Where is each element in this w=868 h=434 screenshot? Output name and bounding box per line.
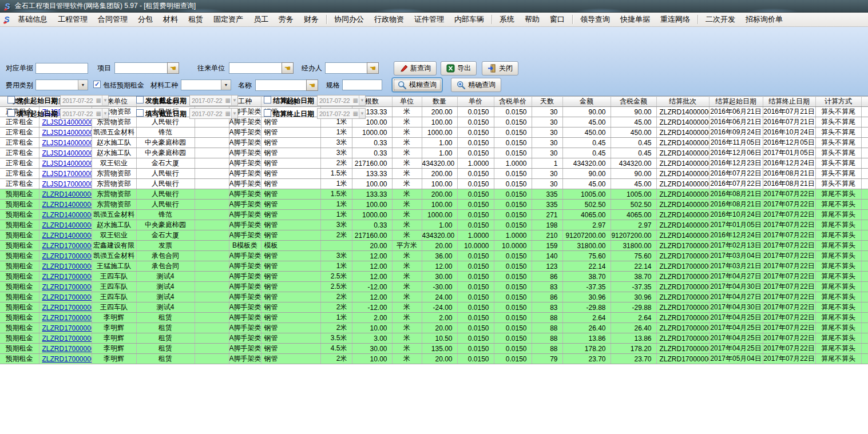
doc-no-link[interactable]: ZLZRD170000005 [42,345,92,353]
fuzzy-query-button[interactable]: 模糊查询 [392,78,442,92]
table-row[interactable]: 预期租金ZLZRD170000003王猛施工队承包合同A脚手架类钢管1米12.0… [0,261,868,272]
date-filter-1-picker[interactable]: 2017-07-22 ▦ ▼ [189,95,238,106]
name-lookup-button[interactable]: ☚ [306,79,318,91]
date-filter-2-picker[interactable]: 2017-07-22 ▦ ▼ [317,95,366,106]
doc-no-link[interactable]: ZLZRD170000006 [42,355,92,363]
table-row[interactable]: 正常租金ZLJSD140000001东营物资部人民银行A脚手架类钢管1.5米13… [0,107,868,117]
table-row[interactable]: 预期租金ZLZRD170000001宏鑫建设有限发票B模板类模板20.00平方米… [0,241,868,251]
menu-item-0-4[interactable]: 材料 [158,13,183,26]
col-header-price[interactable]: 单价 [457,97,494,107]
menu-item-4-0[interactable]: 二次开发 [700,13,740,26]
doc-no-link[interactable]: ZLJSD140000002 [42,129,92,137]
menu-item-0-6[interactable]: 固定资产 [208,13,248,26]
menu-item-1-3[interactable]: 内部车辆 [449,13,489,26]
doc-no-link[interactable]: ZLZRD170000003 [42,262,92,270]
date-filter-5-picker[interactable]: 2017-07-22 ▦ ▼ [317,108,366,119]
doc-no-link[interactable]: ZLZRD140000002 [42,211,92,219]
menu-item-2-1[interactable]: 帮助 [520,13,545,26]
doc-no-link[interactable]: ZLZRD140000001 [42,201,92,209]
table-row[interactable]: 正常租金ZLJSD170000001东营物资部人民银行A脚手架类钢管1.5米13… [0,169,868,179]
doc-no-link[interactable]: ZLZRD170000004 [42,293,92,301]
table-row[interactable]: 正常租金ZLJSD140000005双王铝业金石大厦A脚手架类钢管2米21716… [0,158,868,169]
col-header-amount[interactable]: 金额 [562,97,611,107]
date-filter-0-picker[interactable]: 2017-07-22 ▦ ▼ [60,95,109,106]
col-header-settle-end[interactable]: 结算终止日期 [763,97,815,107]
col-header-amount-tax[interactable]: 含税金额 [611,97,656,107]
counterparty-input[interactable] [229,62,282,74]
menu-item-0-8[interactable]: 劳务 [274,13,299,26]
export-button[interactable]: 导出 [441,61,477,75]
chevron-down-icon[interactable]: ▼ [78,80,88,90]
doc-no-link[interactable]: ZLZRD170000004 [42,304,92,312]
new-query-button[interactable]: 新查询 [394,61,437,75]
table-row[interactable]: 预期租金ZLZRD140000001东营物资部人民银行A脚手架类钢管1.5米13… [0,189,868,200]
project-lookup-button[interactable]: ☚ [167,62,179,74]
table-row[interactable]: 预期租金ZLZRD170000005李明辉租赁A脚手架类钢管3.5米3.00米1… [0,333,868,344]
col-header-settle-batch[interactable]: 结算批次 [656,97,709,107]
chevron-down-icon[interactable]: ▼ [359,109,365,118]
doc-no-link[interactable]: ZLZRD140000003 [42,221,92,229]
doc-no-link[interactable]: ZLJSD140000004 [42,149,92,157]
close-button[interactable]: 关闭 [482,61,518,75]
menu-item-0-2[interactable]: 合同管理 [93,13,133,26]
menu-item-4-1[interactable]: 招标询价单 [740,13,788,26]
doc-no-input[interactable] [35,63,88,74]
col-header-settle-start[interactable]: 结算起始日期 [709,97,763,107]
chevron-down-icon[interactable]: ▼ [102,109,108,118]
exact-query-button[interactable]: 精确查询 [451,78,501,92]
doc-no-link[interactable]: ZLJSD140000003 [42,139,92,147]
doc-no-link[interactable]: ZLZRD170000002 [42,252,92,260]
menu-item-1-1[interactable]: 行政物资 [369,13,409,26]
table-row[interactable]: 预期租金ZLZRD170000004王四车队测试4A脚手架类钢管2.5米-12.… [0,282,868,292]
doc-no-link[interactable]: ZLZRD170000004 [42,273,92,281]
handler-lookup-button[interactable]: ☚ [367,62,379,74]
col-header-days[interactable]: 天数 [532,97,562,107]
menu-item-2-0[interactable]: 系统 [494,13,520,26]
material-work-select[interactable]: ▼ [181,79,231,90]
chevron-down-icon[interactable]: ▼ [359,95,365,105]
table-row[interactable]: 预期租金ZLZRD170000005李明辉租赁A脚手架类钢管4.5米30.00米… [0,344,868,354]
date-filter-4-picker[interactable]: 2017-07-22 ▦ ▼ [189,108,238,119]
chevron-down-icon[interactable]: ▼ [102,95,108,105]
table-row[interactable]: 预期租金ZLZRD170000002凯强五金材料承包合同A脚手架类钢管3米12.… [0,251,868,261]
doc-no-link[interactable]: ZLZRD170000005 [42,324,92,332]
fee-type-select[interactable]: ▼ [35,79,88,90]
table-row[interactable]: 预期租金ZLZRD170000005李明辉租赁A脚手架类钢管2米10.00米20… [0,323,868,333]
chevron-down-icon[interactable]: ▼ [231,95,237,105]
table-row[interactable]: 预期租金ZLZRD170000004王四车队测试4A脚手架类钢管2米12.00米… [0,292,868,302]
chevron-down-icon[interactable]: ▼ [221,80,231,90]
table-row[interactable]: 预期租金ZLZRD170000005李明辉租赁A脚手架类钢管1米2.00米2.0… [0,313,868,323]
date-filter-4-checkbox[interactable] [136,109,144,117]
table-row[interactable]: 预期租金ZLZRD170000006李明辉租赁A脚手架类钢管2米10.00米20… [0,354,868,364]
date-filter-0-checkbox[interactable] [7,96,15,103]
menu-item-0-9[interactable]: 财务 [299,13,324,26]
date-filter-2-checkbox[interactable] [264,96,271,103]
menu-item-1-0[interactable]: 协同办公 [329,13,369,26]
date-filter-3-checkbox[interactable] [7,109,15,117]
table-row[interactable]: 正常租金ZLJSD140000003赵水施工队中央豪庭柿园A脚手架类钢管3米0.… [0,138,868,148]
menu-item-0-0[interactable]: 基础信息 [13,13,53,26]
table-row[interactable]: 正常租金ZLJSD140000004赵水施工队中央豪庭柿园A脚手架类钢管3米0.… [0,148,868,158]
chevron-down-icon[interactable]: ▼ [231,109,237,118]
menu-item-1-2[interactable]: 证件管理 [409,13,449,26]
name-input[interactable] [255,79,306,91]
include-expected-checkbox[interactable]: ✓ [93,81,101,88]
menu-item-0-3[interactable]: 分包 [133,13,158,26]
table-row[interactable]: 预期租金ZLZRD140000002凯强五金材料锋范A脚手架类钢管1米1000.… [0,210,868,220]
col-header-calc-method[interactable]: 计算方式 [815,97,861,107]
date-filter-5-checkbox[interactable] [264,109,271,117]
doc-no-link[interactable]: ZLZRD170000005 [42,335,92,343]
table-row[interactable]: 正常租金ZLJSD140000002凯强五金材料锋范A脚手架类钢管1米1000.… [0,128,868,138]
table-row[interactable]: 正常租金ZLJSD170000001东营物资部人民银行A脚手架类钢管1米100.… [0,179,868,189]
table-row[interactable]: 预期租金ZLZRD140000001东营物资部人民银行A脚手架类钢管1米100.… [0,200,868,210]
counterparty-lookup-button[interactable]: ☚ [282,62,294,74]
menu-item-3-1[interactable]: 快捷单据 [615,13,655,26]
handler-input[interactable] [325,62,367,74]
menu-item-2-2[interactable]: 窗口 [545,13,570,26]
doc-no-link[interactable]: ZLJSD170000001 [42,180,92,188]
spec-input[interactable] [342,79,382,90]
date-filter-1-checkbox[interactable] [136,96,144,103]
menu-item-0-1[interactable]: 工程管理 [53,13,93,26]
doc-no-link[interactable]: ZLZRD170000001 [42,242,92,250]
table-row[interactable]: 正常租金ZLJSD140000001东营物资部人民银行A脚手架类钢管1米100.… [0,117,868,128]
